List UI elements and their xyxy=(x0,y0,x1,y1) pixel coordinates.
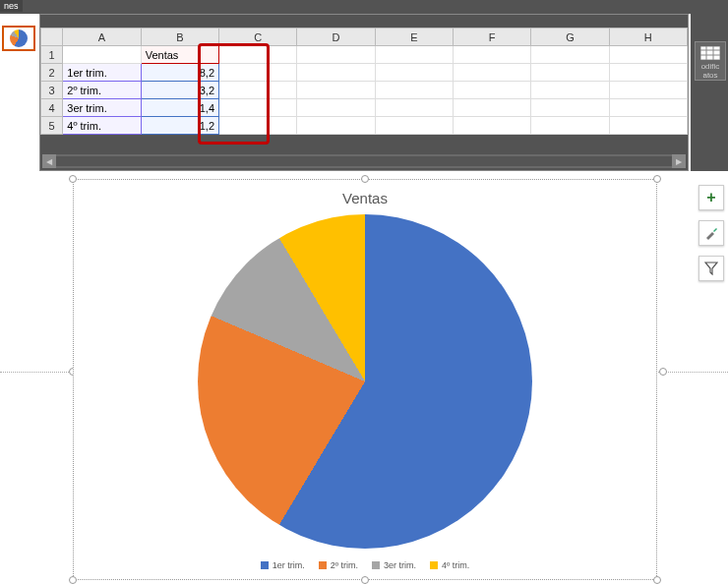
data-table[interactable]: A B C D E F G H 1 Ventas 2 1er trim. 8,2 xyxy=(40,28,688,135)
svg-rect-0 xyxy=(700,46,720,60)
cell[interactable] xyxy=(375,117,453,135)
resize-handle[interactable] xyxy=(361,175,369,183)
cell[interactable] xyxy=(297,117,375,135)
chart-side-tools: + xyxy=(698,185,724,291)
cell[interactable] xyxy=(609,46,687,64)
slide-thumbnail[interactable] xyxy=(2,26,35,51)
legend-swatch-icon xyxy=(319,561,327,569)
scroll-right-icon[interactable]: ▶ xyxy=(672,154,686,168)
legend-item[interactable]: 3er trim. xyxy=(372,560,416,570)
cell[interactable] xyxy=(375,64,453,82)
select-all-corner[interactable] xyxy=(41,29,63,46)
pie-chart[interactable] xyxy=(198,214,532,549)
row-header[interactable]: 1 xyxy=(41,46,63,64)
ribbon-tab[interactable]: nes xyxy=(0,0,23,12)
resize-handle[interactable] xyxy=(69,576,77,584)
cell[interactable] xyxy=(219,99,297,117)
col-header[interactable]: H xyxy=(609,29,687,46)
cell[interactable] xyxy=(531,99,609,117)
cell[interactable] xyxy=(297,99,375,117)
pie-slices[interactable] xyxy=(198,214,532,549)
row-header[interactable]: 2 xyxy=(41,64,63,82)
cell[interactable] xyxy=(531,117,609,135)
cell[interactable] xyxy=(297,82,375,99)
cell[interactable] xyxy=(219,46,297,64)
cell-value[interactable]: 1,4 xyxy=(141,99,218,117)
row-header[interactable]: 3 xyxy=(41,82,63,99)
legend-swatch-icon xyxy=(261,561,269,569)
cell[interactable] xyxy=(609,64,687,82)
cell[interactable] xyxy=(219,117,297,135)
cell-value[interactable]: 1,2 xyxy=(141,117,218,135)
cell[interactable] xyxy=(297,46,375,64)
cell[interactable] xyxy=(531,46,609,64)
cell-category[interactable]: 2º trim. xyxy=(63,82,141,99)
legend-item[interactable]: 1er trim. xyxy=(261,560,305,570)
cell-category[interactable]: 1er trim. xyxy=(63,64,141,82)
cell[interactable] xyxy=(375,82,453,99)
cell[interactable] xyxy=(454,46,531,64)
modify-label-1: odific xyxy=(696,62,725,71)
cell[interactable] xyxy=(375,99,453,117)
resize-handle[interactable] xyxy=(361,576,369,584)
guide-handle[interactable] xyxy=(659,368,667,376)
ribbon-bar xyxy=(0,0,728,14)
legend-label: 4º trim. xyxy=(442,560,469,570)
col-header[interactable]: G xyxy=(531,29,609,46)
legend-item[interactable]: 2º trim. xyxy=(319,560,358,570)
legend-label: 2º trim. xyxy=(331,560,358,570)
pie-thumb-icon xyxy=(10,29,28,47)
resize-handle[interactable] xyxy=(653,576,661,584)
resize-handle[interactable] xyxy=(69,175,77,183)
col-header[interactable]: A xyxy=(63,29,141,46)
cell-value[interactable]: 8,2 xyxy=(141,64,218,82)
cell[interactable] xyxy=(219,82,297,99)
plus-icon: + xyxy=(706,189,715,206)
col-header[interactable]: D xyxy=(297,29,375,46)
legend-item[interactable]: 4º trim. xyxy=(430,560,469,570)
table-icon xyxy=(700,46,720,60)
cell[interactable] xyxy=(609,82,687,99)
row-header[interactable]: 4 xyxy=(41,99,63,117)
right-ribbon-panel: odific atos xyxy=(691,14,728,171)
cell-category[interactable]: 3er trim. xyxy=(63,99,141,117)
scroll-track[interactable] xyxy=(56,156,672,166)
row-header[interactable]: 5 xyxy=(41,117,63,135)
modify-data-button[interactable]: odific atos xyxy=(695,41,726,81)
chart-elements-button[interactable]: + xyxy=(698,185,724,210)
col-header[interactable]: F xyxy=(454,29,531,46)
cell[interactable] xyxy=(219,64,297,82)
cell[interactable] xyxy=(454,117,531,135)
col-header[interactable]: B xyxy=(141,29,218,46)
cell[interactable] xyxy=(531,82,609,99)
cell[interactable] xyxy=(531,64,609,82)
legend-swatch-icon xyxy=(372,561,380,569)
legend-label: 1er trim. xyxy=(273,560,305,570)
cell[interactable] xyxy=(609,117,687,135)
cell[interactable] xyxy=(454,99,531,117)
scroll-left-icon[interactable]: ◀ xyxy=(42,154,56,168)
cell[interactable] xyxy=(454,64,531,82)
cell-value[interactable]: 3,2 xyxy=(141,82,218,99)
chart-title[interactable]: Ventas xyxy=(74,180,656,206)
chart-object[interactable]: Ventas 1er trim. 2º trim. 3er trim. 4º t… xyxy=(73,179,657,580)
cell[interactable] xyxy=(297,64,375,82)
chart-styles-button[interactable] xyxy=(698,220,724,246)
chart-legend[interactable]: 1er trim. 2º trim. 3er trim. 4º trim. xyxy=(74,560,656,570)
cell[interactable] xyxy=(454,82,531,99)
cell-series-header[interactable]: Ventas xyxy=(141,46,218,64)
col-header[interactable]: C xyxy=(219,29,297,46)
embedded-spreadsheet[interactable]: A B C D E F G H 1 Ventas 2 1er trim. 8,2 xyxy=(39,14,689,171)
cell[interactable] xyxy=(609,99,687,117)
col-header[interactable]: E xyxy=(375,29,453,46)
legend-label: 3er trim. xyxy=(384,560,416,570)
horizontal-scrollbar[interactable]: ◀ ▶ xyxy=(42,154,686,168)
cell-category[interactable]: 4º trim. xyxy=(63,117,141,135)
chart-filters-button[interactable] xyxy=(698,256,724,281)
modify-label-2: atos xyxy=(696,71,725,80)
resize-handle[interactable] xyxy=(653,175,661,183)
data-grid[interactable]: A B C D E F G H 1 Ventas 2 1er trim. 8,2 xyxy=(40,28,688,135)
legend-swatch-icon xyxy=(430,561,438,569)
cell[interactable] xyxy=(63,46,141,64)
cell[interactable] xyxy=(375,46,453,64)
